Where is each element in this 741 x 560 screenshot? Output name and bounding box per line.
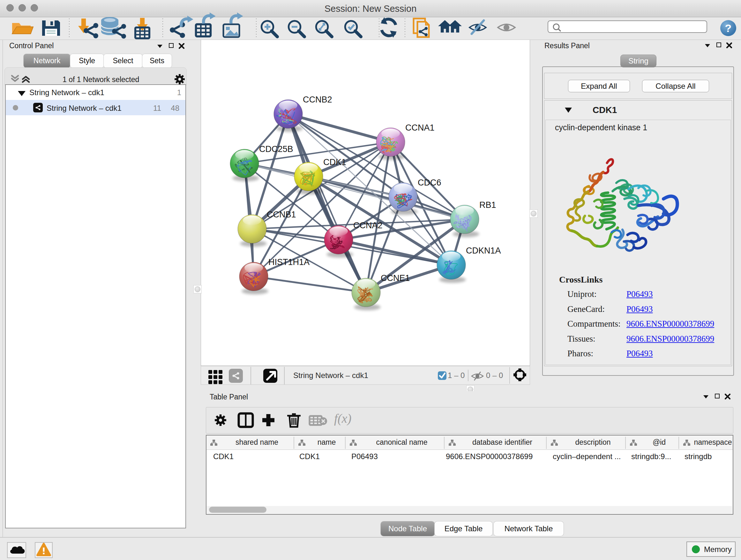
svg-text:CCNA2: CCNA2 [353,221,383,230]
svg-text:CCNB2: CCNB2 [303,95,332,105]
svg-text:HIST1H1A: HIST1H1A [268,257,310,267]
svg-text:CDC6: CDC6 [418,178,441,187]
svg-text:CCNE1: CCNE1 [381,273,410,283]
svg-text:RB1: RB1 [479,200,496,210]
svg-text:CCNA1: CCNA1 [405,123,434,132]
svg-text:CDC25B: CDC25B [259,144,293,154]
svg-text:CDKN1A: CDKN1A [466,246,501,255]
svg-text:CDK1: CDK1 [323,158,346,167]
svg-text:CCNB1: CCNB1 [267,210,296,219]
